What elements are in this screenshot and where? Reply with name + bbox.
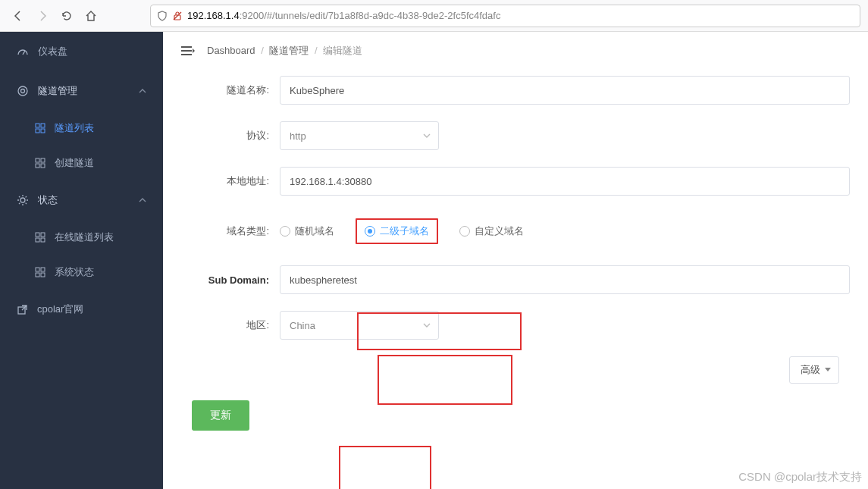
cog-icon	[17, 194, 29, 206]
svg-point-4	[21, 89, 25, 93]
url-text: 192.168.1.4:9200/#/tunnels/edit/7b1a8f8d…	[187, 10, 854, 21]
target-icon	[17, 85, 29, 97]
protocol-label: 协议:	[181, 129, 280, 143]
svg-rect-10	[41, 158, 45, 162]
content-header: Dashboard / 隧道管理 / 编辑隧道	[181, 44, 850, 58]
caret-down-icon	[825, 367, 831, 373]
browser-toolbar: 192.168.1.4:9200/#/tunnels/edit/7b1a8f8d…	[0, 0, 868, 32]
protocol-value: http	[290, 130, 306, 142]
svg-rect-8	[41, 129, 45, 133]
shield-icon	[157, 11, 168, 21]
svg-rect-18	[36, 268, 39, 271]
forward-button[interactable]	[32, 5, 53, 27]
svg-rect-5	[36, 124, 39, 127]
radio-custom-domain[interactable]: 自定义域名	[459, 224, 524, 238]
subdomain-input[interactable]	[280, 265, 850, 294]
back-button[interactable]	[8, 5, 29, 27]
edit-tunnel-form: 隧道名称: 协议: http 本地地址: 域名类型:	[181, 76, 850, 431]
crumb-page: 编辑隧道	[323, 45, 362, 56]
svg-rect-20	[36, 273, 39, 277]
reload-button[interactable]	[56, 5, 77, 27]
crumb-group[interactable]: 隧道管理	[269, 45, 309, 56]
sidebar-item-dashboard[interactable]: 仪表盘	[0, 32, 163, 71]
subdomain-label: Sub Domain:	[181, 274, 280, 286]
grid-icon	[35, 232, 45, 243]
svg-rect-11	[36, 164, 39, 168]
region-label: 地区:	[181, 318, 280, 332]
domain-type-label: 域名类型:	[181, 224, 280, 238]
advanced-button[interactable]: 高级	[789, 356, 839, 384]
sidebar-item-tunnel-list[interactable]: 隧道列表	[0, 111, 163, 146]
sidebar-group-status[interactable]: 状态	[0, 180, 163, 220]
svg-rect-14	[36, 233, 39, 237]
svg-rect-9	[36, 158, 39, 162]
sidebar-item-online-tunnels[interactable]: 在线隧道列表	[0, 220, 163, 255]
sidebar-label: 在线隧道列表	[55, 230, 114, 244]
sidebar-label: 隧道列表	[55, 121, 94, 135]
svg-rect-16	[36, 238, 39, 242]
breadcrumb: Dashboard / 隧道管理 / 编辑隧道	[207, 44, 362, 58]
svg-rect-15	[41, 233, 45, 237]
sidebar-label: 系统状态	[55, 265, 94, 279]
region-select[interactable]: China	[280, 311, 439, 340]
sidebar: 仪表盘 隧道管理 隧道列表 创建隧道	[0, 32, 163, 489]
svg-rect-7	[36, 129, 39, 133]
sidebar-item-cpolar-site[interactable]: cpolar官网	[0, 290, 163, 329]
tunnel-name-label: 隧道名称:	[181, 83, 280, 97]
home-button[interactable]	[80, 5, 102, 27]
crumb-root[interactable]: Dashboard	[207, 45, 255, 56]
chevron-up-icon	[139, 87, 146, 95]
svg-point-3	[18, 86, 27, 96]
chevron-up-icon	[139, 196, 146, 204]
update-button[interactable]: 更新	[192, 400, 249, 431]
svg-rect-6	[41, 124, 45, 127]
url-bar[interactable]: 192.168.1.4:9200/#/tunnels/edit/7b1a8f8d…	[150, 5, 860, 27]
svg-rect-17	[41, 238, 45, 242]
watermark: CSDN @cpolar技术支持	[738, 470, 862, 484]
sidebar-label: 状态	[38, 193, 58, 207]
region-value: China	[290, 320, 315, 331]
domain-type-radio-group: 随机域名 二级子域名 自定义域名	[280, 218, 524, 244]
gauge-icon	[17, 45, 29, 58]
local-addr-input[interactable]	[280, 167, 850, 196]
radio-sub-domain[interactable]: 二级子域名	[356, 218, 438, 244]
menu-toggle-icon[interactable]	[181, 45, 195, 57]
svg-point-13	[20, 198, 25, 202]
external-link-icon	[17, 304, 28, 315]
sidebar-label: 创建隧道	[55, 156, 94, 170]
local-addr-label: 本地地址:	[181, 174, 280, 188]
grid-icon	[35, 267, 45, 277]
svg-rect-19	[41, 268, 45, 271]
sidebar-item-system-status[interactable]: 系统状态	[0, 255, 163, 290]
svg-rect-12	[41, 164, 45, 168]
insecure-lock-icon	[172, 11, 183, 21]
svg-rect-21	[41, 273, 45, 277]
content-area: Dashboard / 隧道管理 / 编辑隧道 隧道名称: 协议: http	[163, 32, 868, 489]
highlight-box	[339, 446, 431, 489]
radio-random-domain[interactable]: 随机域名	[280, 224, 334, 238]
tunnel-name-input[interactable]	[280, 76, 850, 105]
sidebar-label: 仪表盘	[38, 45, 67, 58]
chevron-down-icon	[423, 321, 431, 329]
protocol-select[interactable]: http	[280, 121, 439, 150]
sidebar-item-create-tunnel[interactable]: 创建隧道	[0, 146, 163, 180]
chevron-down-icon	[423, 132, 431, 139]
grid-icon	[35, 123, 45, 133]
grid-icon	[35, 158, 45, 168]
sidebar-label: 隧道管理	[38, 84, 77, 98]
sidebar-group-tunnel[interactable]: 隧道管理	[0, 71, 163, 111]
sidebar-label: cpolar官网	[37, 302, 83, 316]
svg-line-2	[23, 51, 25, 55]
